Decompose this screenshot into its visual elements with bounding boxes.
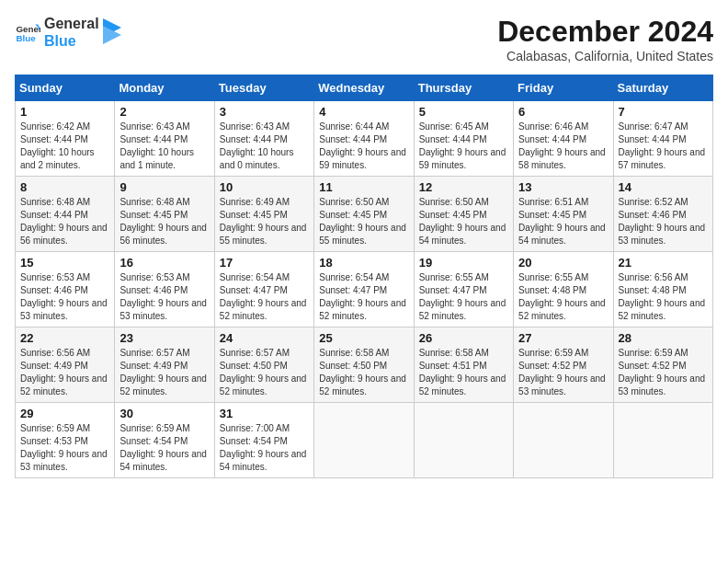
- calendar-cell: 26Sunrise: 6:58 AMSunset: 4:51 PMDayligh…: [414, 327, 513, 403]
- day-number: 16: [119, 256, 209, 270]
- day-info: Sunrise: 6:50 AMSunset: 4:45 PMDaylight:…: [319, 196, 408, 247]
- weekday-header-row: SundayMondayTuesdayWednesdayThursdayFrid…: [16, 75, 713, 101]
- day-number: 15: [20, 256, 109, 270]
- weekday-header-friday: Friday: [514, 75, 613, 101]
- calendar-cell: 18Sunrise: 6:54 AMSunset: 4:47 PMDayligh…: [314, 252, 414, 327]
- calendar-week-4: 22Sunrise: 6:56 AMSunset: 4:49 PMDayligh…: [16, 327, 713, 403]
- day-info: Sunrise: 6:59 AMSunset: 4:52 PMDaylight:…: [619, 347, 708, 398]
- day-info: Sunrise: 6:47 AMSunset: 4:44 PMDaylight:…: [619, 121, 708, 172]
- calendar-cell: 29Sunrise: 6:59 AMSunset: 4:53 PMDayligh…: [16, 403, 115, 478]
- title-block: December 2024 Calabasas, California, Uni…: [497, 15, 713, 63]
- day-number: 12: [419, 180, 508, 194]
- day-number: 11: [319, 180, 408, 194]
- day-number: 8: [20, 180, 109, 194]
- day-number: 24: [220, 331, 309, 345]
- calendar-week-5: 29Sunrise: 6:59 AMSunset: 4:53 PMDayligh…: [16, 403, 713, 478]
- day-info: Sunrise: 6:44 AMSunset: 4:44 PMDaylight:…: [319, 121, 408, 172]
- day-info: Sunrise: 6:59 AMSunset: 4:54 PMDaylight:…: [119, 422, 209, 474]
- day-number: 1: [20, 105, 109, 119]
- day-info: Sunrise: 6:43 AMSunset: 4:44 PMDaylight:…: [119, 121, 209, 172]
- day-number: 7: [619, 105, 708, 119]
- calendar-cell: 5Sunrise: 6:45 AMSunset: 4:44 PMDaylight…: [414, 101, 513, 177]
- calendar-cell: 8Sunrise: 6:48 AMSunset: 4:44 PMDaylight…: [16, 177, 115, 252]
- calendar-cell: 24Sunrise: 6:57 AMSunset: 4:50 PMDayligh…: [214, 327, 313, 403]
- day-number: 26: [419, 331, 508, 345]
- day-info: Sunrise: 6:51 AMSunset: 4:45 PMDaylight:…: [518, 196, 608, 247]
- day-info: Sunrise: 6:45 AMSunset: 4:44 PMDaylight:…: [419, 121, 508, 172]
- day-number: 14: [619, 180, 708, 194]
- calendar-cell: 23Sunrise: 6:57 AMSunset: 4:49 PMDayligh…: [115, 327, 214, 403]
- calendar-cell: 15Sunrise: 6:53 AMSunset: 4:46 PMDayligh…: [16, 252, 115, 327]
- day-number: 25: [319, 331, 408, 345]
- calendar-cell: 14Sunrise: 6:52 AMSunset: 4:46 PMDayligh…: [613, 177, 712, 252]
- calendar-cell: 22Sunrise: 6:56 AMSunset: 4:49 PMDayligh…: [16, 327, 115, 403]
- day-info: Sunrise: 7:00 AMSunset: 4:54 PMDaylight:…: [220, 422, 309, 474]
- day-number: 30: [119, 407, 209, 420]
- calendar-cell: 1Sunrise: 6:42 AMSunset: 4:44 PMDaylight…: [16, 101, 115, 177]
- logo-blue: Blue: [44, 32, 99, 50]
- calendar-cell: 28Sunrise: 6:59 AMSunset: 4:52 PMDayligh…: [613, 327, 712, 403]
- calendar-cell: 17Sunrise: 6:54 AMSunset: 4:47 PMDayligh…: [214, 252, 313, 327]
- day-number: 10: [220, 180, 309, 194]
- day-number: 27: [518, 331, 608, 345]
- calendar-cell: [613, 403, 712, 478]
- day-number: 22: [20, 331, 109, 345]
- day-info: Sunrise: 6:56 AMSunset: 4:48 PMDaylight:…: [619, 271, 708, 323]
- calendar-cell: 27Sunrise: 6:59 AMSunset: 4:52 PMDayligh…: [514, 327, 613, 403]
- day-info: Sunrise: 6:55 AMSunset: 4:47 PMDaylight:…: [419, 271, 508, 323]
- page-header: General Blue General Blue December 2024 …: [15, 15, 713, 63]
- calendar-cell: [314, 403, 414, 478]
- calendar-cell: 16Sunrise: 6:53 AMSunset: 4:46 PMDayligh…: [115, 252, 214, 327]
- day-info: Sunrise: 6:56 AMSunset: 4:49 PMDaylight:…: [20, 347, 109, 398]
- day-number: 29: [20, 407, 109, 420]
- calendar-week-2: 8Sunrise: 6:48 AMSunset: 4:44 PMDaylight…: [16, 177, 713, 252]
- day-info: Sunrise: 6:50 AMSunset: 4:45 PMDaylight:…: [419, 196, 508, 247]
- day-number: 13: [518, 180, 608, 194]
- day-info: Sunrise: 6:48 AMSunset: 4:44 PMDaylight:…: [20, 196, 109, 247]
- day-number: 4: [319, 105, 408, 119]
- logo-general: General: [44, 15, 99, 32]
- weekday-header-tuesday: Tuesday: [214, 75, 313, 101]
- logo: General Blue General Blue: [15, 15, 121, 50]
- day-number: 18: [319, 256, 408, 270]
- calendar-cell: 21Sunrise: 6:56 AMSunset: 4:48 PMDayligh…: [613, 252, 712, 327]
- logo-icon: General Blue: [15, 19, 40, 45]
- day-info: Sunrise: 6:46 AMSunset: 4:44 PMDaylight:…: [518, 121, 608, 172]
- day-info: Sunrise: 6:43 AMSunset: 4:44 PMDaylight:…: [220, 121, 309, 172]
- calendar-cell: 3Sunrise: 6:43 AMSunset: 4:44 PMDaylight…: [214, 101, 313, 177]
- calendar-cell: 11Sunrise: 6:50 AMSunset: 4:45 PMDayligh…: [314, 177, 414, 252]
- calendar-week-1: 1Sunrise: 6:42 AMSunset: 4:44 PMDaylight…: [16, 101, 713, 177]
- day-info: Sunrise: 6:52 AMSunset: 4:46 PMDaylight:…: [619, 196, 708, 247]
- day-number: 6: [518, 105, 608, 119]
- month-title: December 2024: [497, 15, 713, 49]
- day-info: Sunrise: 6:59 AMSunset: 4:53 PMDaylight:…: [20, 422, 109, 474]
- day-number: 9: [119, 180, 209, 194]
- day-info: Sunrise: 6:59 AMSunset: 4:52 PMDaylight:…: [518, 347, 608, 398]
- day-info: Sunrise: 6:53 AMSunset: 4:46 PMDaylight:…: [20, 271, 109, 323]
- calendar-cell: 13Sunrise: 6:51 AMSunset: 4:45 PMDayligh…: [514, 177, 613, 252]
- day-info: Sunrise: 6:57 AMSunset: 4:50 PMDaylight:…: [220, 347, 309, 398]
- day-number: 19: [419, 256, 508, 270]
- calendar-cell: 10Sunrise: 6:49 AMSunset: 4:45 PMDayligh…: [214, 177, 313, 252]
- calendar-cell: 7Sunrise: 6:47 AMSunset: 4:44 PMDaylight…: [613, 101, 712, 177]
- calendar-cell: [514, 403, 613, 478]
- calendar-cell: 6Sunrise: 6:46 AMSunset: 4:44 PMDaylight…: [514, 101, 613, 177]
- day-info: Sunrise: 6:49 AMSunset: 4:45 PMDaylight:…: [220, 196, 309, 247]
- day-number: 2: [119, 105, 209, 119]
- calendar-cell: 19Sunrise: 6:55 AMSunset: 4:47 PMDayligh…: [414, 252, 513, 327]
- weekday-header-sunday: Sunday: [16, 75, 115, 101]
- calendar-week-3: 15Sunrise: 6:53 AMSunset: 4:46 PMDayligh…: [16, 252, 713, 327]
- day-info: Sunrise: 6:54 AMSunset: 4:47 PMDaylight:…: [220, 271, 309, 323]
- calendar-cell: 12Sunrise: 6:50 AMSunset: 4:45 PMDayligh…: [414, 177, 513, 252]
- day-info: Sunrise: 6:54 AMSunset: 4:47 PMDaylight:…: [319, 271, 408, 323]
- calendar-cell: 20Sunrise: 6:55 AMSunset: 4:48 PMDayligh…: [514, 252, 613, 327]
- day-number: 3: [220, 105, 309, 119]
- calendar-cell: 9Sunrise: 6:48 AMSunset: 4:45 PMDaylight…: [115, 177, 214, 252]
- weekday-header-saturday: Saturday: [613, 75, 712, 101]
- weekday-header-thursday: Thursday: [414, 75, 513, 101]
- location: Calabasas, California, United States: [497, 49, 713, 63]
- logo-arrow-icon: [103, 18, 121, 46]
- weekday-header-monday: Monday: [115, 75, 214, 101]
- day-number: 23: [119, 331, 209, 345]
- calendar-cell: 2Sunrise: 6:43 AMSunset: 4:44 PMDaylight…: [115, 101, 214, 177]
